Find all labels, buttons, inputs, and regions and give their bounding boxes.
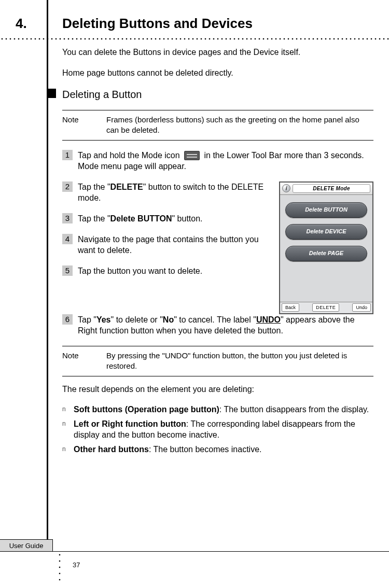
t-bold: Delete BUTTON <box>110 214 172 223</box>
footer-tab: User Guide <box>0 539 53 552</box>
t-bold-underline: UNDO <box>256 315 281 324</box>
step-5: 5 Tap the button you want to delete. <box>62 265 272 277</box>
step-3: 3 Tap the "Delete BUTTON" button. <box>62 213 272 225</box>
figure-softkey-back: Back <box>282 303 299 312</box>
t: : The button becomes inactive. <box>149 445 262 454</box>
step-number: 1 <box>62 150 73 160</box>
t: Tap the " <box>78 214 110 223</box>
note-2: Note By pressing the "UNDO" function but… <box>62 351 373 372</box>
t: Tap " <box>78 315 96 324</box>
list-item: Left or Right function button: The corre… <box>74 418 373 441</box>
body-column: You can delete the Buttons in device pag… <box>62 47 373 458</box>
subheading: Deleting a Button <box>62 88 373 102</box>
figure-titlebar: i DELETE Mode <box>280 183 372 195</box>
result-intro: The result depends on the element you ar… <box>62 384 373 395</box>
t: " button. <box>172 214 202 223</box>
t-bold: No <box>163 315 174 324</box>
list-item: Other hard buttons: The button becomes i… <box>74 444 373 455</box>
figure-softkey-center: DELETE <box>312 303 339 312</box>
screenshot-figure: i DELETE Mode Delete BUTTON Delete DEVIC… <box>279 181 373 314</box>
step-text: Tap the "DELETE" button to switch to the… <box>78 181 272 204</box>
figure-button-delete-button: Delete BUTTON <box>285 202 367 218</box>
step-number: 4 <box>62 234 73 244</box>
t-bold: Other hard buttons <box>74 445 149 454</box>
subheading-marker <box>47 89 56 98</box>
note-1: Note Frames (borderless buttons) such as… <box>62 115 373 136</box>
step-text: Tap the button you want to delete. <box>78 265 272 277</box>
figure-softkey-undo: Undo <box>352 303 371 312</box>
intro-p1: You can delete the Buttons in device pag… <box>62 47 373 58</box>
step-2: 2 Tap the "DELETE" button to switch to t… <box>62 181 272 204</box>
vertical-rule <box>47 0 48 550</box>
note-text: By pressing the "UNDO" function button, … <box>106 351 373 372</box>
t-bold: Left or Right function button <box>74 419 186 428</box>
figure-button-delete-device: Delete DEVICE <box>285 224 367 240</box>
t: " to cancel. The label " <box>174 315 256 324</box>
t-bold: DELETE <box>110 183 143 191</box>
t: Tap the " <box>78 183 110 191</box>
step-text: Tap "Yes" to delete or "No" to cancel. T… <box>78 314 373 337</box>
figure-button-delete-page: Delete PAGE <box>285 246 367 261</box>
note-rule-bottom <box>62 140 373 141</box>
note-label: Note <box>62 115 91 136</box>
step-text: Tap the "Delete BUTTON" button. <box>78 213 272 225</box>
intro-p2: Home page buttons cannot be deleted dire… <box>62 67 373 79</box>
info-icon: i <box>282 184 290 192</box>
note-text: Frames (borderless buttons) such as the … <box>106 115 373 136</box>
step-text-a: Tap and hold the Mode icon <box>78 151 182 160</box>
subheading-row: Deleting a Button <box>62 88 373 102</box>
step-number: 6 <box>62 314 73 325</box>
page-number: 37 <box>73 561 80 569</box>
note2-rule-bottom <box>62 376 373 376</box>
note-rule-top <box>62 110 373 110</box>
dotted-rule <box>0 37 389 40</box>
t: : The button disappe­ars from the displa… <box>219 405 369 414</box>
figure-bottom-bar: Back DELETE Undo <box>280 302 372 313</box>
figure-title: DELETE Mode <box>293 184 370 193</box>
t: " to delete or " <box>111 315 163 324</box>
step-1: 1 Tap and hold the Mode icon in the Lowe… <box>62 150 373 172</box>
step-6: 6 Tap "Yes" to delete or "No" to cancel.… <box>62 314 373 337</box>
steps-column: 2 Tap the "DELETE" button to switch to t… <box>62 181 272 314</box>
step-number: 5 <box>62 265 73 276</box>
manual-page: 4. Deleting Buttons and Devices You can … <box>0 0 389 588</box>
note-label: Note <box>62 351 91 372</box>
page-number-dots <box>58 552 61 583</box>
step-text: Navigate to the page that contains the b… <box>78 234 272 256</box>
steps-and-figure: 2 Tap the "DELETE" button to switch to t… <box>62 181 373 314</box>
figure-body: Delete BUTTON Delete DEVICE Delete PAGE <box>280 195 372 261</box>
step-number: 3 <box>62 213 73 223</box>
t-bold: Yes <box>96 315 111 324</box>
note2-rule-top <box>62 346 373 346</box>
section-title: Deleting Buttons and Devices <box>62 16 253 32</box>
step-number: 2 <box>62 181 73 192</box>
step-4: 4 Navigate to the page that contains the… <box>62 234 272 256</box>
mode-icon <box>184 151 200 160</box>
section-number: 4. <box>16 16 27 32</box>
result-list: Soft buttons (Operation page button): Th… <box>62 404 373 455</box>
t-bold: Soft buttons (Operation page button) <box>74 405 219 414</box>
list-item: Soft buttons (Operation page button): Th… <box>74 404 373 415</box>
step-text: Tap and hold the Mode icon in the Lower … <box>78 150 373 172</box>
